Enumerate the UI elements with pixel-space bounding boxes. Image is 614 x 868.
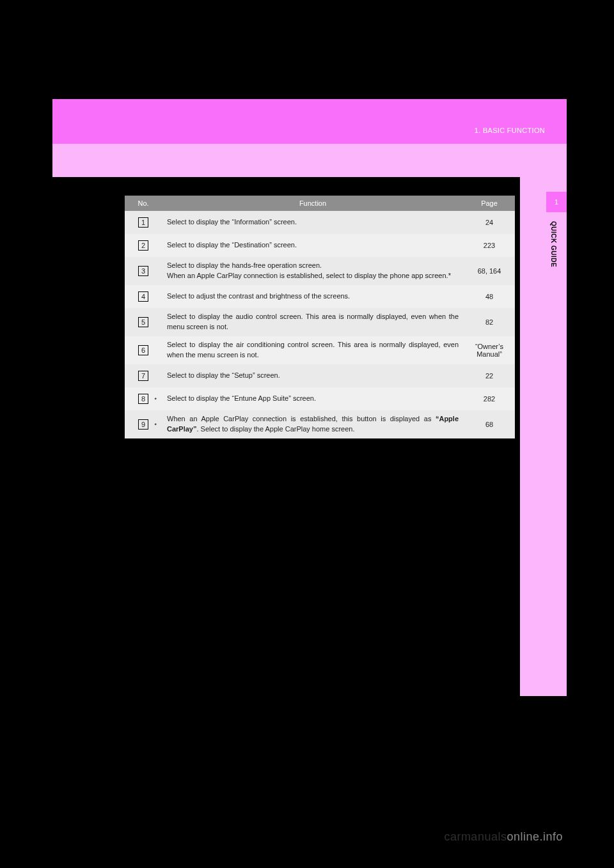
row-function-cell: Select to display the hands-free operati… xyxy=(162,261,464,281)
row-number-cell: 8 * xyxy=(125,394,162,404)
table-row: 4 Select to adjust the contrast and brig… xyxy=(125,285,515,308)
row-number-cell: 1 xyxy=(125,217,162,228)
row-number-cell: 5 xyxy=(125,317,162,327)
row-page-cell: 22 xyxy=(464,372,515,380)
row-function-cell: Select to adjust the contrast and bright… xyxy=(162,291,464,302)
row-page-cell: 82 xyxy=(464,318,515,326)
boxed-number-icon: 7 xyxy=(138,371,148,381)
watermark-main: carmanuals xyxy=(444,830,507,843)
row9-text-post: . Select to display the Apple CarPlay ho… xyxy=(196,425,354,433)
section-tab-box: 1 xyxy=(546,192,567,212)
asterisk-icon: * xyxy=(154,396,157,403)
row-function-cell: Select to display the “Setup” screen. xyxy=(162,371,464,381)
row-page-cell: 68, 164 xyxy=(464,267,515,275)
boxed-number-icon: 1 xyxy=(138,217,148,228)
header-section-label: 1. BASIC FUNCTION xyxy=(475,127,545,134)
row-function-cell: Select to display the “Destination” scre… xyxy=(162,240,464,251)
right-rail xyxy=(520,177,567,696)
manual-page: 1 1. BASIC FUNCTION QUICK GUIDE No. Func… xyxy=(0,0,614,868)
row-number-cell: 2 xyxy=(125,240,162,251)
row-function-cell: When an Apple CarPlay connection is esta… xyxy=(162,414,464,435)
boxed-number-icon: 3 xyxy=(138,266,148,276)
asterisk-icon: * xyxy=(154,422,157,428)
table-header-row: No. Function Page xyxy=(125,196,515,211)
table-row: 2 Select to display the “Destination” sc… xyxy=(125,234,515,257)
table-header-no: No. xyxy=(125,199,162,207)
table-row: 1 Select to display the “Information” sc… xyxy=(125,211,515,234)
row-function-cell: Select to display the audio control scre… xyxy=(162,312,464,332)
row-function-cell: Select to display the air conditioning c… xyxy=(162,340,464,360)
table-row: 3 Select to display the hands-free opera… xyxy=(125,257,515,285)
boxed-number-icon: 2 xyxy=(138,240,148,251)
boxed-number-icon: 4 xyxy=(138,291,148,302)
boxed-number-icon: 6 xyxy=(138,345,148,355)
table-row: 9 * When an Apple CarPlay connection is … xyxy=(125,410,515,438)
row-page-cell: 24 xyxy=(464,219,515,226)
table-header-page: Page xyxy=(464,199,515,207)
row-number-cell: 9 * xyxy=(125,419,162,430)
row9-text-pre: When an Apple CarPlay connection is esta… xyxy=(167,415,436,422)
boxed-number-icon: 9 xyxy=(138,419,148,430)
row-number-cell: 3 xyxy=(125,266,162,276)
row-function-text: Select to display the hands-free operati… xyxy=(167,261,451,279)
table-row: 6 Select to display the air conditioning… xyxy=(125,336,515,364)
boxed-number-icon: 8 xyxy=(138,394,148,404)
table-row: 8 * Select to display the “Entune App Su… xyxy=(125,387,515,410)
function-table: No. Function Page 1 Select to display th… xyxy=(125,196,515,438)
side-guide-label: QUICK GUIDE xyxy=(550,221,557,267)
row-page-cell: 223 xyxy=(464,242,515,249)
source-watermark: carmanualsonline.info xyxy=(444,830,563,844)
table-row: 7 Select to display the “Setup” screen. … xyxy=(125,364,515,387)
row-page-cell: 48 xyxy=(464,293,515,300)
boxed-number-icon: 5 xyxy=(138,317,148,327)
section-tab-number: 1 xyxy=(555,199,558,206)
row-number-cell: 6 xyxy=(125,345,162,355)
watermark-light: online.info xyxy=(507,830,563,843)
table-header-function: Function xyxy=(162,199,464,207)
row-page-cell: 282 xyxy=(464,395,515,403)
header-bar-light xyxy=(52,144,567,177)
header-bar-dark xyxy=(52,99,567,144)
table-row: 5 Select to display the audio control sc… xyxy=(125,308,515,336)
row-page-cell: “Owner’s Manual” xyxy=(464,343,515,358)
row-function-cell: Select to display the “Entune App Suite”… xyxy=(162,394,464,404)
row-page-cell: 68 xyxy=(464,421,515,428)
row-function-cell: Select to display the “Information” scre… xyxy=(162,217,464,228)
row-number-cell: 4 xyxy=(125,291,162,302)
row-number-cell: 7 xyxy=(125,371,162,381)
